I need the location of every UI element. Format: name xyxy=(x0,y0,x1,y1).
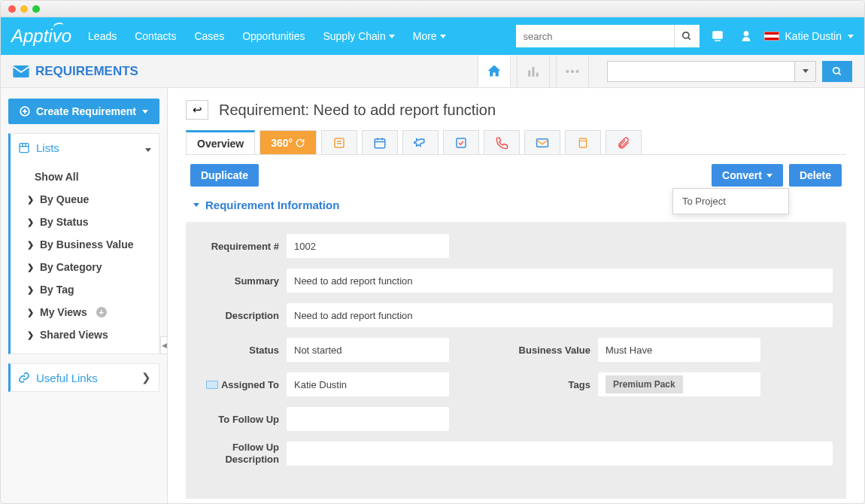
quick-jump-dropdown[interactable] xyxy=(795,61,816,82)
tab-more-icon[interactable] xyxy=(556,56,589,87)
user-menu[interactable]: Katie Dustin xyxy=(764,30,854,42)
sidebar-item-show-all[interactable]: Show All xyxy=(11,165,159,188)
window-max-dot[interactable] xyxy=(32,5,40,13)
window-close-dot[interactable] xyxy=(8,5,16,13)
tag-chip[interactable]: Premium Pack xyxy=(606,375,683,393)
sidebar-item-shared-views[interactable]: ❯Shared Views xyxy=(11,323,159,346)
search-input[interactable] xyxy=(516,25,674,47)
add-view-icon[interactable]: + xyxy=(96,307,107,317)
sidebar-collapse-handle[interactable]: ◀ xyxy=(160,336,168,354)
chevron-down-icon xyxy=(145,141,151,154)
svg-point-9 xyxy=(566,69,569,72)
tab-calendar-icon[interactable] xyxy=(362,130,398,154)
value-follow-up-desc[interactable] xyxy=(287,442,833,466)
sidebar: Create Requirement Lists Show All ❯By Qu… xyxy=(1,88,168,503)
duplicate-button[interactable]: Duplicate xyxy=(190,164,259,187)
window-min-dot[interactable] xyxy=(20,5,28,13)
tab-emails-icon[interactable] xyxy=(524,130,560,154)
value-tags[interactable]: Premium Pack xyxy=(598,372,760,396)
back-button[interactable]: ↩ xyxy=(186,100,208,120)
svg-rect-30 xyxy=(580,138,587,147)
tab-360[interactable]: 360° xyxy=(260,130,317,154)
sidebar-useful-links-header[interactable]: Useful Links ❯ xyxy=(11,364,159,391)
svg-point-10 xyxy=(571,69,574,72)
label-description: Description xyxy=(199,310,279,321)
label-tags: Tags xyxy=(500,379,590,390)
app-window: Apptivo Leads Contacts Cases Opportuniti… xyxy=(0,0,865,504)
value-summary[interactable]: Need to add report function xyxy=(287,269,833,293)
apps-icon[interactable] xyxy=(707,26,728,47)
svg-rect-2 xyxy=(712,31,723,39)
chevron-right-icon: ❯ xyxy=(141,371,151,384)
label-req-no: Requirement # xyxy=(199,241,279,252)
contact-card-icon xyxy=(206,381,218,389)
brand-logo[interactable]: Apptivo xyxy=(11,26,71,47)
form-panel: Requirement # 1002 Summary Need to add r… xyxy=(186,222,846,499)
search-button[interactable] xyxy=(674,25,700,47)
svg-point-12 xyxy=(833,67,839,73)
svg-rect-8 xyxy=(536,72,539,76)
svg-rect-7 xyxy=(533,67,535,77)
window-titlebar xyxy=(1,1,864,17)
sidebar-item-by-business-value[interactable]: ❯By Business Value xyxy=(11,233,159,256)
module-bar: REQUIREMENTS xyxy=(1,55,864,88)
nav-supply-chain[interactable]: Supply Chain xyxy=(323,30,394,42)
delete-button[interactable]: Delete xyxy=(789,164,842,187)
convert-button[interactable]: Convert xyxy=(712,164,783,187)
tab-home-icon[interactable] xyxy=(478,56,511,87)
label-to-follow-up: To Follow Up xyxy=(199,414,279,425)
sidebar-item-by-category[interactable]: ❯By Category xyxy=(11,256,159,278)
nav-contacts[interactable]: Contacts xyxy=(135,30,176,42)
svg-point-0 xyxy=(683,32,689,38)
nav-cases[interactable]: Cases xyxy=(194,30,224,42)
value-status[interactable]: Not started xyxy=(287,338,449,362)
create-requirement-button[interactable]: Create Requirement xyxy=(8,99,159,124)
value-business-value[interactable]: Must Have xyxy=(598,338,760,362)
nav-links: Leads Contacts Cases Opportunities Suppl… xyxy=(88,30,446,42)
quick-search-button[interactable] xyxy=(822,61,852,82)
value-req-no[interactable]: 1002 xyxy=(287,234,449,258)
value-description[interactable]: Need to add report function xyxy=(287,303,833,327)
sidebar-item-by-status[interactable]: ❯By Status xyxy=(11,211,159,233)
tab-calls-icon[interactable] xyxy=(484,130,520,154)
svg-line-13 xyxy=(839,72,841,74)
body: Create Requirement Lists Show All ❯By Qu… xyxy=(1,88,864,503)
svg-rect-28 xyxy=(457,138,466,147)
svg-point-4 xyxy=(743,31,748,36)
sidebar-item-by-queue[interactable]: ❯By Queue xyxy=(11,188,159,211)
main-content: ↩ Requirement: Need to add report functi… xyxy=(168,88,864,503)
tab-tasks-icon[interactable] xyxy=(443,130,479,154)
user-flag-icon xyxy=(764,32,779,41)
label-assigned-to: Assigned To xyxy=(199,379,279,390)
nav-more[interactable]: More xyxy=(413,30,446,42)
notifications-icon[interactable] xyxy=(736,26,757,47)
label-business-value: Business Value xyxy=(500,345,590,356)
sidebar-item-by-tag[interactable]: ❯By Tag xyxy=(11,278,159,301)
svg-rect-29 xyxy=(537,138,548,147)
sidebar-item-my-views[interactable]: ❯My Views+ xyxy=(11,301,159,323)
nav-opportunities[interactable]: Opportunities xyxy=(242,30,305,42)
tab-attachments-icon[interactable] xyxy=(606,130,642,154)
sidebar-lists-header[interactable]: Lists xyxy=(11,134,159,161)
tab-overview[interactable]: Overview xyxy=(186,130,255,154)
svg-point-11 xyxy=(576,69,579,72)
label-summary: Summary xyxy=(199,275,279,287)
value-assigned-to[interactable]: Katie Dustin xyxy=(287,372,449,396)
tab-docs-icon[interactable] xyxy=(565,130,601,154)
convert-to-project[interactable]: To Project xyxy=(673,189,788,214)
page-title: Requirement: Need to add report function xyxy=(219,102,496,119)
actions-row: Duplicate Convert Delete To Project xyxy=(186,155,846,196)
value-to-follow-up[interactable] xyxy=(287,407,449,431)
user-name: Katie Dustin xyxy=(785,30,842,42)
quick-jump-input[interactable] xyxy=(607,61,795,82)
tab-reports-icon[interactable] xyxy=(517,56,550,87)
top-nav: Apptivo Leads Contacts Cases Opportuniti… xyxy=(1,17,864,55)
svg-rect-6 xyxy=(528,70,530,76)
tab-pin-icon[interactable] xyxy=(402,130,439,154)
label-follow-up-desc: Follow Up Description xyxy=(199,442,279,465)
record-tabs: Overview 360° xyxy=(186,130,846,155)
nav-leads[interactable]: Leads xyxy=(88,30,117,42)
sidebar-useful-links: Useful Links ❯ xyxy=(8,363,159,392)
module-title: REQUIREMENTS xyxy=(13,64,138,79)
tab-notes-icon[interactable] xyxy=(321,130,357,154)
